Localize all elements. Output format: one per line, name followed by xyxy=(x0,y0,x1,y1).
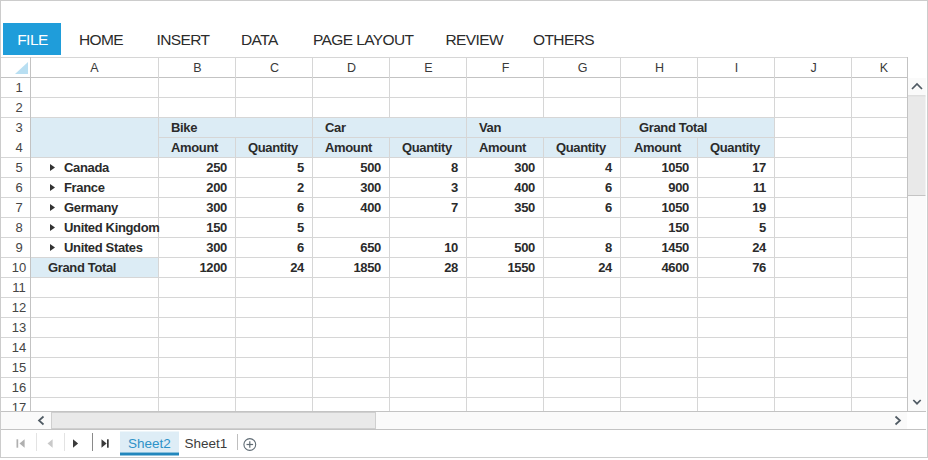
svg-text:Quantity: Quantity xyxy=(402,140,453,155)
svg-text:10: 10 xyxy=(444,240,458,255)
svg-text:6: 6 xyxy=(605,200,612,215)
svg-text:Germany: Germany xyxy=(64,200,119,215)
svg-text:5: 5 xyxy=(15,160,22,175)
svg-text:6: 6 xyxy=(297,200,304,215)
svg-text:OTHERS: OTHERS xyxy=(533,31,594,48)
svg-text:200: 200 xyxy=(206,180,227,195)
svg-text:Amount: Amount xyxy=(325,140,373,155)
svg-text:PAGE LAYOUT: PAGE LAYOUT xyxy=(313,31,415,48)
svg-text:Car: Car xyxy=(325,120,346,135)
svg-text:Quantity: Quantity xyxy=(710,140,761,155)
svg-text:14: 14 xyxy=(12,340,26,355)
svg-text:16: 16 xyxy=(12,380,26,395)
svg-text:France: France xyxy=(64,180,105,195)
svg-text:150: 150 xyxy=(206,220,227,235)
svg-text:Amount: Amount xyxy=(634,140,682,155)
svg-text:Quantity: Quantity xyxy=(248,140,299,155)
svg-text:24: 24 xyxy=(752,240,767,255)
svg-text:1200: 1200 xyxy=(199,260,227,275)
svg-text:7: 7 xyxy=(451,200,458,215)
svg-text:13: 13 xyxy=(12,320,26,335)
svg-text:300: 300 xyxy=(206,240,227,255)
svg-text:300: 300 xyxy=(514,160,535,175)
svg-text:I: I xyxy=(735,61,738,75)
svg-text:J: J xyxy=(810,61,816,75)
svg-text:8: 8 xyxy=(605,240,612,255)
svg-text:24: 24 xyxy=(598,260,613,275)
svg-text:17: 17 xyxy=(752,160,766,175)
svg-text:250: 250 xyxy=(206,160,227,175)
svg-text:DATA: DATA xyxy=(241,31,279,48)
svg-text:300: 300 xyxy=(206,200,227,215)
svg-text:12: 12 xyxy=(12,300,26,315)
svg-text:11: 11 xyxy=(753,180,766,195)
svg-text:500: 500 xyxy=(514,240,535,255)
svg-text:Van: Van xyxy=(479,120,501,135)
svg-text:Quantity: Quantity xyxy=(556,140,607,155)
svg-text:FILE: FILE xyxy=(17,31,48,48)
svg-text:G: G xyxy=(578,61,588,75)
svg-text:D: D xyxy=(347,61,356,75)
svg-text:3: 3 xyxy=(451,180,458,195)
svg-text:INSERT: INSERT xyxy=(157,31,211,48)
svg-text:H: H xyxy=(655,61,664,75)
svg-text:1050: 1050 xyxy=(661,200,689,215)
svg-text:C: C xyxy=(270,61,279,75)
svg-text:8: 8 xyxy=(451,160,458,175)
svg-text:24: 24 xyxy=(290,260,305,275)
svg-text:Sheet2: Sheet2 xyxy=(128,436,171,451)
svg-text:1050: 1050 xyxy=(661,160,689,175)
svg-text:4: 4 xyxy=(605,160,613,175)
svg-text:1850: 1850 xyxy=(353,260,381,275)
svg-text:Grand Total: Grand Total xyxy=(639,120,707,135)
svg-text:300: 300 xyxy=(360,180,381,195)
svg-text:4600: 4600 xyxy=(661,260,689,275)
svg-text:150: 150 xyxy=(668,220,689,235)
svg-text:3: 3 xyxy=(15,120,22,135)
svg-text:900: 900 xyxy=(668,180,689,195)
svg-text:6: 6 xyxy=(605,180,612,195)
svg-text:K: K xyxy=(880,61,889,75)
svg-text:7: 7 xyxy=(15,200,22,215)
svg-text:REVIEW: REVIEW xyxy=(446,31,505,48)
svg-text:350: 350 xyxy=(514,200,535,215)
svg-text:Canada: Canada xyxy=(64,160,110,175)
svg-text:400: 400 xyxy=(360,200,381,215)
svg-text:4: 4 xyxy=(15,140,22,155)
svg-text:15: 15 xyxy=(12,360,26,375)
svg-text:HOME: HOME xyxy=(79,31,123,48)
svg-text:Sheet1: Sheet1 xyxy=(185,436,228,451)
svg-text:5: 5 xyxy=(297,160,304,175)
svg-text:1450: 1450 xyxy=(661,240,689,255)
svg-text:76: 76 xyxy=(752,260,766,275)
svg-text:28: 28 xyxy=(444,260,458,275)
svg-text:10: 10 xyxy=(12,260,26,275)
svg-text:8: 8 xyxy=(15,220,22,235)
svg-text:5: 5 xyxy=(297,220,304,235)
svg-text:650: 650 xyxy=(360,240,381,255)
svg-text:400: 400 xyxy=(514,180,535,195)
svg-text:F: F xyxy=(502,61,510,75)
svg-text:Amount: Amount xyxy=(479,140,527,155)
svg-text:11: 11 xyxy=(12,280,26,295)
svg-text:19: 19 xyxy=(752,200,766,215)
svg-text:6: 6 xyxy=(15,180,22,195)
svg-text:United States: United States xyxy=(64,240,143,255)
svg-text:Amount: Amount xyxy=(171,140,219,155)
svg-text:2: 2 xyxy=(297,180,304,195)
svg-text:500: 500 xyxy=(360,160,381,175)
svg-text:9: 9 xyxy=(15,240,22,255)
svg-text:United Kingdom: United Kingdom xyxy=(64,220,159,235)
svg-text:E: E xyxy=(424,61,432,75)
svg-text:6: 6 xyxy=(297,240,304,255)
svg-text:Grand Total: Grand Total xyxy=(48,260,116,275)
svg-text:A: A xyxy=(90,61,99,75)
svg-text:1: 1 xyxy=(15,80,22,95)
svg-text:1550: 1550 xyxy=(507,260,535,275)
svg-text:Bike: Bike xyxy=(171,120,197,135)
svg-text:B: B xyxy=(193,61,201,75)
svg-text:2: 2 xyxy=(15,100,22,115)
svg-text:5: 5 xyxy=(759,220,766,235)
